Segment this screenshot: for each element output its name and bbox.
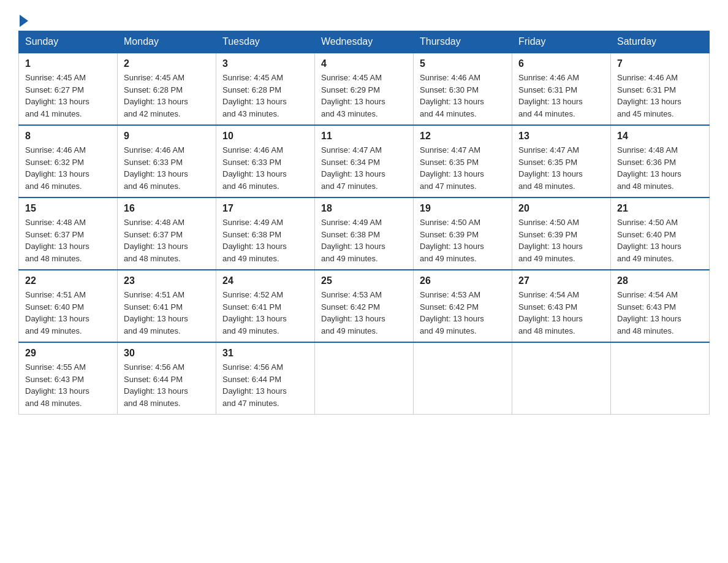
- day-info: Sunrise: 4:50 AMSunset: 6:39 PMDaylight:…: [518, 218, 583, 263]
- calendar-cell: 19 Sunrise: 4:50 AMSunset: 6:39 PMDaylig…: [414, 197, 512, 270]
- day-info: Sunrise: 4:49 AMSunset: 6:38 PMDaylight:…: [222, 218, 287, 263]
- calendar-cell: 6 Sunrise: 4:46 AMSunset: 6:31 PMDayligh…: [512, 53, 611, 125]
- calendar-cell: 10 Sunrise: 4:46 AMSunset: 6:33 PMDaylig…: [216, 125, 315, 197]
- day-number: 13: [518, 131, 604, 142]
- calendar-cell: 1 Sunrise: 4:45 AMSunset: 6:27 PMDayligh…: [19, 53, 118, 125]
- calendar-cell: 31 Sunrise: 4:56 AMSunset: 6:44 PMDaylig…: [216, 342, 315, 415]
- day-number: 24: [222, 275, 308, 286]
- week-row-2: 8 Sunrise: 4:46 AMSunset: 6:32 PMDayligh…: [19, 125, 710, 197]
- weekday-header-friday: Friday: [512, 31, 611, 53]
- day-number: 6: [518, 58, 604, 69]
- day-info: Sunrise: 4:47 AMSunset: 6:35 PMDaylight:…: [420, 145, 484, 191]
- day-info: Sunrise: 4:55 AMSunset: 6:43 PMDaylight:…: [25, 362, 89, 408]
- day-number: 11: [321, 131, 407, 142]
- day-info: Sunrise: 4:45 AMSunset: 6:28 PMDaylight:…: [124, 73, 188, 118]
- calendar-cell: [512, 342, 611, 415]
- day-number: 12: [420, 131, 506, 142]
- day-info: Sunrise: 4:46 AMSunset: 6:33 PMDaylight:…: [124, 145, 188, 191]
- calendar-cell: 13 Sunrise: 4:47 AMSunset: 6:35 PMDaylig…: [512, 125, 611, 197]
- calendar-cell: 18 Sunrise: 4:49 AMSunset: 6:38 PMDaylig…: [315, 197, 414, 270]
- day-info: Sunrise: 4:54 AMSunset: 6:43 PMDaylight:…: [617, 290, 681, 335]
- calendar-cell: 5 Sunrise: 4:46 AMSunset: 6:30 PMDayligh…: [414, 53, 512, 125]
- calendar-cell: 8 Sunrise: 4:46 AMSunset: 6:32 PMDayligh…: [19, 125, 118, 197]
- day-info: Sunrise: 4:51 AMSunset: 6:40 PMDaylight:…: [25, 290, 89, 335]
- weekday-header-thursday: Thursday: [414, 31, 512, 53]
- day-info: Sunrise: 4:50 AMSunset: 6:40 PMDaylight:…: [617, 218, 681, 263]
- day-number: 9: [124, 131, 210, 142]
- weekday-header-sunday: Sunday: [19, 31, 118, 53]
- day-number: 28: [617, 275, 703, 286]
- day-info: Sunrise: 4:46 AMSunset: 6:31 PMDaylight:…: [617, 73, 681, 118]
- day-number: 5: [420, 58, 506, 69]
- calendar-cell: [611, 342, 710, 415]
- day-number: 29: [25, 348, 111, 359]
- weekday-header-row: SundayMondayTuesdayWednesdayThursdayFrid…: [19, 31, 710, 53]
- day-info: Sunrise: 4:46 AMSunset: 6:30 PMDaylight:…: [420, 73, 484, 118]
- calendar-cell: 25 Sunrise: 4:53 AMSunset: 6:42 PMDaylig…: [315, 270, 414, 342]
- week-row-3: 15 Sunrise: 4:48 AMSunset: 6:37 PMDaylig…: [19, 197, 710, 270]
- day-number: 4: [321, 58, 407, 69]
- day-info: Sunrise: 4:48 AMSunset: 6:37 PMDaylight:…: [25, 218, 89, 263]
- logo: [18, 12, 28, 25]
- day-number: 10: [222, 131, 308, 142]
- day-info: Sunrise: 4:51 AMSunset: 6:41 PMDaylight:…: [124, 290, 188, 335]
- calendar-cell: 17 Sunrise: 4:49 AMSunset: 6:38 PMDaylig…: [216, 197, 315, 270]
- day-number: 14: [617, 131, 703, 142]
- day-info: Sunrise: 4:53 AMSunset: 6:42 PMDaylight:…: [420, 290, 484, 335]
- day-number: 7: [617, 58, 703, 69]
- day-number: 17: [222, 203, 308, 214]
- weekday-header-monday: Monday: [118, 31, 216, 53]
- day-number: 19: [420, 203, 506, 214]
- day-info: Sunrise: 4:50 AMSunset: 6:39 PMDaylight:…: [420, 218, 484, 263]
- calendar-table: SundayMondayTuesdayWednesdayThursdayFrid…: [18, 31, 710, 415]
- calendar-cell: 2 Sunrise: 4:45 AMSunset: 6:28 PMDayligh…: [118, 53, 216, 125]
- calendar-cell: 21 Sunrise: 4:50 AMSunset: 6:40 PMDaylig…: [611, 197, 710, 270]
- week-row-1: 1 Sunrise: 4:45 AMSunset: 6:27 PMDayligh…: [19, 53, 710, 125]
- calendar-cell: 12 Sunrise: 4:47 AMSunset: 6:35 PMDaylig…: [414, 125, 512, 197]
- day-info: Sunrise: 4:52 AMSunset: 6:41 PMDaylight:…: [222, 290, 287, 335]
- calendar-cell: 9 Sunrise: 4:46 AMSunset: 6:33 PMDayligh…: [118, 125, 216, 197]
- calendar-cell: 29 Sunrise: 4:55 AMSunset: 6:43 PMDaylig…: [19, 342, 118, 415]
- calendar-cell: 27 Sunrise: 4:54 AMSunset: 6:43 PMDaylig…: [512, 270, 611, 342]
- day-number: 18: [321, 203, 407, 214]
- calendar-cell: 7 Sunrise: 4:46 AMSunset: 6:31 PMDayligh…: [611, 53, 710, 125]
- day-number: 21: [617, 203, 703, 214]
- day-info: Sunrise: 4:45 AMSunset: 6:27 PMDaylight:…: [25, 73, 89, 118]
- day-number: 20: [518, 203, 604, 214]
- day-info: Sunrise: 4:56 AMSunset: 6:44 PMDaylight:…: [124, 362, 188, 408]
- day-info: Sunrise: 4:54 AMSunset: 6:43 PMDaylight:…: [518, 290, 583, 335]
- day-number: 2: [124, 58, 210, 69]
- logo-arrow-icon: [20, 15, 28, 27]
- day-number: 26: [420, 275, 506, 286]
- day-number: 23: [124, 275, 210, 286]
- day-number: 31: [222, 348, 308, 359]
- week-row-5: 29 Sunrise: 4:55 AMSunset: 6:43 PMDaylig…: [19, 342, 710, 415]
- day-info: Sunrise: 4:48 AMSunset: 6:37 PMDaylight:…: [124, 218, 188, 263]
- day-info: Sunrise: 4:47 AMSunset: 6:34 PMDaylight:…: [321, 145, 385, 191]
- calendar-cell: [315, 342, 414, 415]
- day-info: Sunrise: 4:56 AMSunset: 6:44 PMDaylight:…: [222, 362, 287, 408]
- calendar-cell: 24 Sunrise: 4:52 AMSunset: 6:41 PMDaylig…: [216, 270, 315, 342]
- day-number: 3: [222, 58, 308, 69]
- calendar-cell: 20 Sunrise: 4:50 AMSunset: 6:39 PMDaylig…: [512, 197, 611, 270]
- calendar-cell: 11 Sunrise: 4:47 AMSunset: 6:34 PMDaylig…: [315, 125, 414, 197]
- calendar-cell: 14 Sunrise: 4:48 AMSunset: 6:36 PMDaylig…: [611, 125, 710, 197]
- calendar-cell: 30 Sunrise: 4:56 AMSunset: 6:44 PMDaylig…: [118, 342, 216, 415]
- day-info: Sunrise: 4:46 AMSunset: 6:31 PMDaylight:…: [518, 73, 583, 118]
- calendar-cell: 3 Sunrise: 4:45 AMSunset: 6:28 PMDayligh…: [216, 53, 315, 125]
- calendar-cell: 26 Sunrise: 4:53 AMSunset: 6:42 PMDaylig…: [414, 270, 512, 342]
- day-info: Sunrise: 4:53 AMSunset: 6:42 PMDaylight:…: [321, 290, 385, 335]
- day-info: Sunrise: 4:49 AMSunset: 6:38 PMDaylight:…: [321, 218, 385, 263]
- calendar-cell: 15 Sunrise: 4:48 AMSunset: 6:37 PMDaylig…: [19, 197, 118, 270]
- weekday-header-wednesday: Wednesday: [315, 31, 414, 53]
- day-number: 1: [25, 58, 111, 69]
- day-info: Sunrise: 4:46 AMSunset: 6:33 PMDaylight:…: [222, 145, 287, 191]
- day-number: 8: [25, 131, 111, 142]
- day-number: 30: [124, 348, 210, 359]
- page-header: [18, 12, 710, 25]
- calendar-cell: 16 Sunrise: 4:48 AMSunset: 6:37 PMDaylig…: [118, 197, 216, 270]
- day-number: 22: [25, 275, 111, 286]
- week-row-4: 22 Sunrise: 4:51 AMSunset: 6:40 PMDaylig…: [19, 270, 710, 342]
- day-number: 15: [25, 203, 111, 214]
- day-number: 27: [518, 275, 604, 286]
